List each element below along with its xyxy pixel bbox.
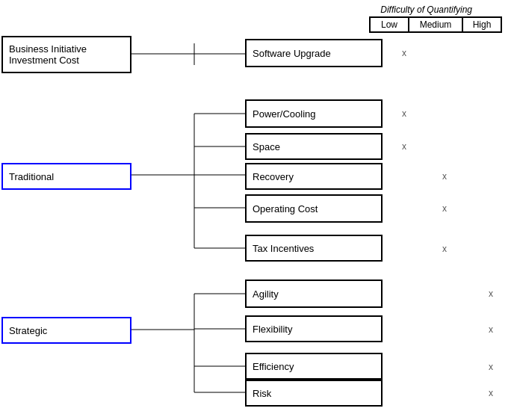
power-cooling-node: Power/Cooling <box>245 99 383 128</box>
traditional-node: Traditional <box>1 163 131 190</box>
agility-node: Agility <box>245 280 383 308</box>
business-initiative-node: Business Initiative Investment Cost <box>1 36 131 73</box>
col-low: Low <box>370 17 409 32</box>
x-recovery: x <box>442 171 447 182</box>
x-efficiency: x <box>489 362 493 372</box>
x-software-upgrade: x <box>402 48 406 58</box>
column-headers: Low Medium High <box>369 16 502 33</box>
flexibility-node: Flexibility <box>245 315 383 342</box>
x-agility: x <box>489 288 493 299</box>
col-medium: Medium <box>409 17 462 32</box>
x-risk: x <box>489 388 493 398</box>
col-high: High <box>462 17 501 32</box>
efficiency-node: Efficiency <box>245 353 383 380</box>
space-node: Space <box>245 133 383 160</box>
risk-node: Risk <box>245 380 383 407</box>
difficulty-label: Difficulty of Quantifying <box>380 4 472 15</box>
tax-incentives-node: Tax Incentives <box>245 235 383 262</box>
operating-cost-node: Operating Cost <box>245 194 383 223</box>
header-row: Difficulty of Quantifying Low Medium Hig… <box>369 4 502 33</box>
software-upgrade-node: Software Upgrade <box>245 39 383 67</box>
x-operating-cost: x <box>442 203 447 214</box>
recovery-node: Recovery <box>245 163 383 190</box>
page-container: Difficulty of Quantifying Low Medium Hig… <box>0 0 517 420</box>
x-tax-incentives: x <box>442 244 447 254</box>
x-power-cooling: x <box>402 108 406 119</box>
strategic-node: Strategic <box>1 317 131 344</box>
x-flexibility: x <box>489 324 493 335</box>
x-space: x <box>402 141 406 152</box>
